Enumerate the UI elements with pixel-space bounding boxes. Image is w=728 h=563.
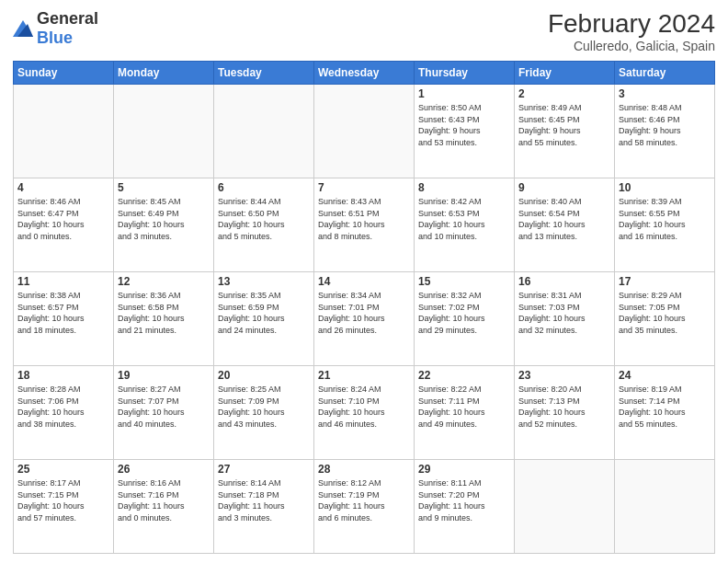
week-row-4: 25Sunrise: 8:17 AM Sunset: 7:15 PM Dayli… bbox=[14, 460, 715, 554]
day-info-18: Sunrise: 8:28 AM Sunset: 7:06 PM Dayligh… bbox=[17, 384, 109, 430]
day-info-1: Sunrise: 8:50 AM Sunset: 6:43 PM Dayligh… bbox=[418, 102, 510, 148]
calendar-cell-4-0: 25Sunrise: 8:17 AM Sunset: 7:15 PM Dayli… bbox=[14, 460, 114, 554]
calendar-cell-0-4: 1Sunrise: 8:50 AM Sunset: 6:43 PM Daylig… bbox=[415, 85, 515, 178]
calendar-cell-2-2: 13Sunrise: 8:35 AM Sunset: 6:59 PM Dayli… bbox=[214, 272, 314, 366]
calendar-cell-4-4: 29Sunrise: 8:11 AM Sunset: 7:20 PM Dayli… bbox=[415, 460, 515, 554]
day-info-13: Sunrise: 8:35 AM Sunset: 6:59 PM Dayligh… bbox=[218, 290, 310, 336]
day-info-26: Sunrise: 8:16 AM Sunset: 7:16 PM Dayligh… bbox=[118, 477, 210, 523]
calendar-cell-1-3: 7Sunrise: 8:43 AM Sunset: 6:51 PM Daylig… bbox=[314, 178, 415, 272]
day-info-4: Sunrise: 8:46 AM Sunset: 6:47 PM Dayligh… bbox=[17, 196, 109, 242]
day-info-24: Sunrise: 8:19 AM Sunset: 7:14 PM Dayligh… bbox=[619, 384, 711, 430]
calendar-cell-3-6: 24Sunrise: 8:19 AM Sunset: 7:14 PM Dayli… bbox=[615, 366, 715, 460]
day-info-9: Sunrise: 8:40 AM Sunset: 6:54 PM Dayligh… bbox=[518, 196, 610, 242]
day-info-21: Sunrise: 8:24 AM Sunset: 7:10 PM Dayligh… bbox=[318, 384, 410, 430]
day-number-28: 28 bbox=[318, 463, 410, 476]
day-number-22: 22 bbox=[418, 369, 510, 382]
day-number-12: 12 bbox=[118, 275, 210, 288]
header-sunday: Sunday bbox=[14, 62, 114, 85]
day-info-3: Sunrise: 8:48 AM Sunset: 6:46 PM Dayligh… bbox=[619, 102, 711, 148]
day-number-7: 7 bbox=[318, 181, 410, 194]
title-block: February 2024 Culleredo, Galicia, Spain bbox=[548, 9, 715, 53]
day-info-20: Sunrise: 8:25 AM Sunset: 7:09 PM Dayligh… bbox=[218, 384, 310, 430]
week-row-3: 18Sunrise: 8:28 AM Sunset: 7:06 PM Dayli… bbox=[14, 366, 715, 460]
day-number-4: 4 bbox=[17, 181, 109, 194]
day-info-25: Sunrise: 8:17 AM Sunset: 7:15 PM Dayligh… bbox=[17, 477, 109, 523]
page: General Blue February 2024 Culleredo, Ga… bbox=[0, 0, 728, 563]
calendar-cell-3-0: 18Sunrise: 8:28 AM Sunset: 7:06 PM Dayli… bbox=[14, 366, 114, 460]
day-number-1: 1 bbox=[418, 87, 510, 100]
day-info-14: Sunrise: 8:34 AM Sunset: 7:01 PM Dayligh… bbox=[318, 290, 410, 336]
day-number-6: 6 bbox=[218, 181, 310, 194]
calendar-cell-2-5: 16Sunrise: 8:31 AM Sunset: 7:03 PM Dayli… bbox=[515, 272, 615, 366]
day-number-5: 5 bbox=[118, 181, 210, 194]
day-number-27: 27 bbox=[218, 463, 310, 476]
day-number-10: 10 bbox=[619, 181, 711, 194]
header-monday: Monday bbox=[114, 62, 214, 85]
calendar-cell-0-0 bbox=[14, 85, 114, 178]
week-row-2: 11Sunrise: 8:38 AM Sunset: 6:57 PM Dayli… bbox=[14, 272, 715, 366]
calendar-cell-0-1 bbox=[114, 85, 214, 178]
day-info-19: Sunrise: 8:27 AM Sunset: 7:07 PM Dayligh… bbox=[118, 384, 210, 430]
calendar-location: Culleredo, Galicia, Spain bbox=[548, 39, 715, 53]
calendar-cell-3-5: 23Sunrise: 8:20 AM Sunset: 7:13 PM Dayli… bbox=[515, 366, 615, 460]
calendar-cell-1-1: 5Sunrise: 8:45 AM Sunset: 6:49 PM Daylig… bbox=[114, 178, 214, 272]
calendar-cell-2-3: 14Sunrise: 8:34 AM Sunset: 7:01 PM Dayli… bbox=[314, 272, 415, 366]
header-saturday: Saturday bbox=[615, 62, 715, 85]
day-number-8: 8 bbox=[418, 181, 510, 194]
day-number-11: 11 bbox=[17, 275, 109, 288]
day-number-29: 29 bbox=[418, 463, 510, 476]
header: General Blue February 2024 Culleredo, Ga… bbox=[13, 9, 715, 53]
header-friday: Friday bbox=[515, 62, 615, 85]
calendar-cell-2-0: 11Sunrise: 8:38 AM Sunset: 6:57 PM Dayli… bbox=[14, 272, 114, 366]
day-info-23: Sunrise: 8:20 AM Sunset: 7:13 PM Dayligh… bbox=[518, 384, 610, 430]
week-row-0: 1Sunrise: 8:50 AM Sunset: 6:43 PM Daylig… bbox=[14, 85, 715, 178]
calendar-cell-4-2: 27Sunrise: 8:14 AM Sunset: 7:18 PM Dayli… bbox=[214, 460, 314, 554]
calendar-cell-4-5 bbox=[515, 460, 615, 554]
day-number-24: 24 bbox=[619, 369, 711, 382]
day-info-27: Sunrise: 8:14 AM Sunset: 7:18 PM Dayligh… bbox=[218, 477, 310, 523]
day-info-17: Sunrise: 8:29 AM Sunset: 7:05 PM Dayligh… bbox=[619, 290, 711, 336]
day-number-19: 19 bbox=[118, 369, 210, 382]
calendar-cell-4-1: 26Sunrise: 8:16 AM Sunset: 7:16 PM Dayli… bbox=[114, 460, 214, 554]
day-info-22: Sunrise: 8:22 AM Sunset: 7:11 PM Dayligh… bbox=[418, 384, 510, 430]
calendar-cell-1-4: 8Sunrise: 8:42 AM Sunset: 6:53 PM Daylig… bbox=[415, 178, 515, 272]
day-number-2: 2 bbox=[518, 87, 610, 100]
calendar-table: Sunday Monday Tuesday Wednesday Thursday… bbox=[13, 61, 715, 554]
calendar-cell-2-6: 17Sunrise: 8:29 AM Sunset: 7:05 PM Dayli… bbox=[615, 272, 715, 366]
day-info-2: Sunrise: 8:49 AM Sunset: 6:45 PM Dayligh… bbox=[518, 102, 610, 148]
week-row-1: 4Sunrise: 8:46 AM Sunset: 6:47 PM Daylig… bbox=[14, 178, 715, 272]
calendar-cell-3-3: 21Sunrise: 8:24 AM Sunset: 7:10 PM Dayli… bbox=[314, 366, 415, 460]
day-number-18: 18 bbox=[17, 369, 109, 382]
calendar-cell-3-2: 20Sunrise: 8:25 AM Sunset: 7:09 PM Dayli… bbox=[214, 366, 314, 460]
day-number-23: 23 bbox=[518, 369, 610, 382]
day-info-11: Sunrise: 8:38 AM Sunset: 6:57 PM Dayligh… bbox=[17, 290, 109, 336]
logo-general: General bbox=[37, 9, 98, 28]
day-info-12: Sunrise: 8:36 AM Sunset: 6:58 PM Dayligh… bbox=[118, 290, 210, 336]
logo-text: General Blue bbox=[37, 9, 98, 48]
day-number-21: 21 bbox=[318, 369, 410, 382]
calendar-title: February 2024 bbox=[548, 9, 715, 39]
day-number-3: 3 bbox=[619, 87, 711, 100]
header-thursday: Thursday bbox=[415, 62, 515, 85]
day-info-29: Sunrise: 8:11 AM Sunset: 7:20 PM Dayligh… bbox=[418, 477, 510, 523]
day-info-8: Sunrise: 8:42 AM Sunset: 6:53 PM Dayligh… bbox=[418, 196, 510, 242]
header-wednesday: Wednesday bbox=[314, 62, 415, 85]
logo-blue: Blue bbox=[37, 29, 73, 47]
calendar-cell-0-6: 3Sunrise: 8:48 AM Sunset: 6:46 PM Daylig… bbox=[615, 85, 715, 178]
calendar-cell-1-6: 10Sunrise: 8:39 AM Sunset: 6:55 PM Dayli… bbox=[615, 178, 715, 272]
day-info-10: Sunrise: 8:39 AM Sunset: 6:55 PM Dayligh… bbox=[619, 196, 711, 242]
logo: General Blue bbox=[13, 9, 98, 48]
calendar-cell-3-1: 19Sunrise: 8:27 AM Sunset: 7:07 PM Dayli… bbox=[114, 366, 214, 460]
day-info-16: Sunrise: 8:31 AM Sunset: 7:03 PM Dayligh… bbox=[518, 290, 610, 336]
calendar-cell-4-3: 28Sunrise: 8:12 AM Sunset: 7:19 PM Dayli… bbox=[314, 460, 415, 554]
calendar-cell-2-1: 12Sunrise: 8:36 AM Sunset: 6:58 PM Dayli… bbox=[114, 272, 214, 366]
day-number-17: 17 bbox=[619, 275, 711, 288]
calendar-cell-1-2: 6Sunrise: 8:44 AM Sunset: 6:50 PM Daylig… bbox=[214, 178, 314, 272]
day-number-25: 25 bbox=[17, 463, 109, 476]
logo-icon bbox=[13, 20, 33, 37]
calendar-cell-1-0: 4Sunrise: 8:46 AM Sunset: 6:47 PM Daylig… bbox=[14, 178, 114, 272]
day-info-7: Sunrise: 8:43 AM Sunset: 6:51 PM Dayligh… bbox=[318, 196, 410, 242]
calendar-cell-4-6 bbox=[615, 460, 715, 554]
day-number-20: 20 bbox=[218, 369, 310, 382]
day-info-6: Sunrise: 8:44 AM Sunset: 6:50 PM Dayligh… bbox=[218, 196, 310, 242]
